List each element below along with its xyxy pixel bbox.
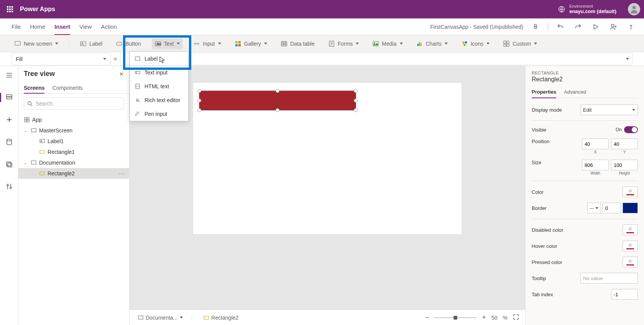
zoom-out-button[interactable]: − (425, 313, 429, 322)
paint-bucket-icon: ◇ (629, 226, 632, 231)
insert-icon[interactable] (3, 114, 15, 126)
resize-handle[interactable] (197, 99, 201, 102)
tab-components[interactable]: Components (52, 82, 82, 93)
play-icon[interactable] (590, 21, 601, 32)
insert-button-button[interactable]: Button (113, 38, 144, 49)
user-avatar[interactable] (628, 3, 640, 15)
forms-icon (329, 41, 335, 47)
advanced-tools-icon[interactable] (3, 180, 15, 193)
forms-dropdown-button[interactable]: Forms (325, 38, 362, 49)
redo-icon[interactable] (573, 21, 583, 32)
menu-item-text-input[interactable]: Text input (130, 66, 188, 79)
gallery-dropdown-button[interactable]: Gallery (232, 38, 270, 49)
chevron-down-icon (103, 58, 106, 60)
environment-picker[interactable]: Environment enayu.com (default) (558, 4, 616, 15)
property-selector[interactable]: Fill (12, 53, 110, 65)
tree-item-rectangle2[interactable]: Rectangle2 ··· (18, 168, 129, 179)
help-icon[interactable] (626, 21, 636, 32)
svg-point-35 (7, 185, 8, 186)
insert-label-button[interactable]: Label (77, 38, 105, 49)
zoom-in-button[interactable]: + (482, 313, 486, 322)
tooltip-placeholder: No value (583, 276, 603, 281)
resize-handle[interactable] (354, 99, 358, 102)
tab-index-input[interactable] (611, 289, 638, 300)
pressed-color-picker[interactable]: ◇ (623, 257, 638, 267)
new-screen-button[interactable]: New screen (12, 38, 61, 49)
chevron-down-icon[interactable]: ⌄ (24, 161, 28, 165)
tab-screens[interactable]: Screens (24, 82, 44, 93)
resize-handle[interactable] (197, 89, 201, 93)
rectangle2-shape[interactable] (199, 91, 356, 111)
border-color-picker[interactable] (623, 203, 638, 213)
media-dropdown-button[interactable]: Media (370, 38, 406, 49)
more-options-icon[interactable]: ··· (118, 170, 125, 177)
tree-item-label1[interactable]: Label1 (18, 136, 129, 147)
resize-handle[interactable] (276, 89, 279, 93)
app-checker-icon[interactable] (530, 21, 541, 32)
menu-file[interactable]: File (12, 19, 21, 35)
breadcrumb-screen[interactable]: Documenta... (136, 313, 185, 322)
media-rail-icon[interactable] (3, 158, 15, 170)
resize-handle[interactable] (354, 108, 358, 112)
forms-label: Forms (338, 41, 353, 47)
custom-dropdown-button[interactable]: Custom (500, 38, 540, 49)
menu-home[interactable]: Home (30, 19, 45, 35)
screen-icon (31, 160, 37, 166)
icons-dropdown-button[interactable]: Icons (458, 38, 493, 49)
charts-dropdown-button[interactable]: Charts (414, 38, 451, 49)
visible-toggle[interactable] (624, 126, 638, 133)
hover-color-picker[interactable]: ◇ (623, 241, 638, 251)
disabled-color-picker[interactable]: ◇ (623, 224, 638, 235)
svg-rect-34 (8, 163, 12, 167)
menu-item-pen-input[interactable]: Pen input (130, 107, 188, 121)
data-table-button[interactable]: Data table (278, 38, 318, 49)
tree-item-rectangle1[interactable]: Rectangle1 (18, 147, 129, 157)
tree-item-masterscreen[interactable]: ⌄ MasterScreen (18, 125, 129, 136)
position-y-input[interactable] (611, 139, 638, 149)
text-dropdown-button[interactable]: Abc Text (152, 38, 183, 49)
zoom-slider[interactable] (434, 317, 476, 318)
menu-action[interactable]: Action (101, 19, 117, 35)
formula-input[interactable] (120, 53, 632, 65)
display-mode-select[interactable]: Edit (580, 104, 638, 115)
menu-insert[interactable]: Insert (54, 19, 70, 35)
input-dropdown-button[interactable]: Input (191, 38, 224, 49)
share-icon[interactable] (608, 21, 619, 32)
menu-item-label[interactable]: Label (130, 52, 188, 66)
canvas-screen[interactable] (193, 83, 462, 234)
resize-handle[interactable] (197, 108, 201, 112)
tree-item-app[interactable]: App (18, 114, 129, 125)
search-input[interactable]: Search (24, 97, 124, 110)
canvas-area[interactable] (130, 66, 525, 310)
tree-item-label: Rectangle2 (48, 170, 75, 177)
tab-advanced[interactable]: Advanced (564, 87, 586, 98)
tooltip-input[interactable]: No value (580, 273, 638, 284)
menu-item-rich-text[interactable]: Rich text editor (130, 93, 188, 107)
hamburger-icon[interactable] (3, 69, 15, 81)
chevron-down-icon[interactable]: ⌄ (24, 129, 28, 133)
menu-item-html-text[interactable]: HTML text (130, 79, 188, 93)
custom-label: Custom (513, 41, 531, 47)
tree-item-documentation[interactable]: ⌄ Documentation (18, 157, 129, 168)
size-height-input[interactable] (611, 160, 638, 170)
position-x-input[interactable] (582, 139, 609, 149)
menu-view[interactable]: View (79, 19, 92, 35)
data-icon[interactable] (3, 136, 15, 148)
tree-item-label: Label1 (48, 138, 64, 144)
tab-properties[interactable]: Properties (532, 87, 556, 98)
chevron-down-icon (356, 43, 359, 45)
breadcrumb-item[interactable]: Rectangle2 (201, 313, 241, 322)
border-style-select[interactable]: — (587, 203, 601, 213)
resize-handle[interactable] (354, 89, 358, 93)
color-picker-button[interactable]: ◇ (623, 186, 638, 197)
undo-icon[interactable] (555, 21, 566, 32)
close-icon[interactable]: ✕ (119, 71, 124, 77)
svg-point-36 (10, 187, 12, 188)
resize-handle[interactable] (276, 108, 279, 112)
tree-view-icon[interactable] (3, 91, 15, 104)
fit-to-window-icon[interactable] (513, 314, 519, 321)
app-launcher-icon[interactable] (4, 3, 16, 15)
border-width-input[interactable] (603, 203, 621, 213)
size-width-input[interactable] (582, 160, 609, 170)
tab-index-label: Tab index (532, 292, 553, 297)
